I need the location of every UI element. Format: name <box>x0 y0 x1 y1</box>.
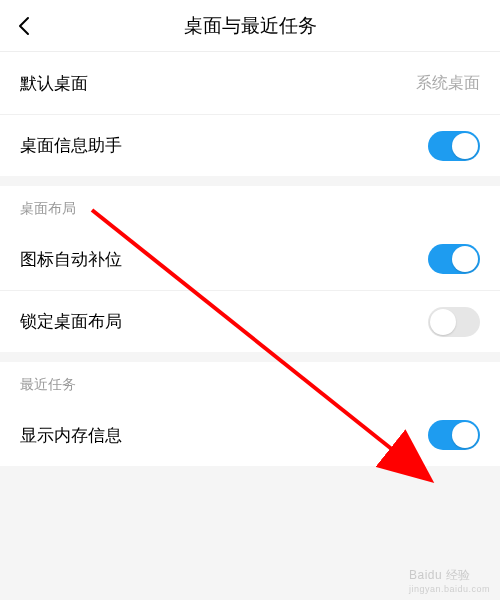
watermark-brand: Baidu 经验 <box>409 568 471 582</box>
back-button[interactable] <box>0 0 48 52</box>
row-show-memory-info: 显示内存信息 <box>0 404 500 466</box>
section-gap <box>0 352 500 362</box>
group-recents: 显示内存信息 <box>0 404 500 466</box>
toggle-knob-icon <box>452 422 478 448</box>
toggle-knob-icon <box>452 246 478 272</box>
section-header-recents: 最近任务 <box>0 362 500 404</box>
section-header-layout: 桌面布局 <box>0 186 500 228</box>
toggle-knob-icon <box>430 309 456 335</box>
group-general: 默认桌面 系统桌面 桌面信息助手 <box>0 52 500 176</box>
toggle-desktop-info-assistant[interactable] <box>428 131 480 161</box>
row-label: 图标自动补位 <box>20 248 122 271</box>
header-bar: 桌面与最近任务 <box>0 0 500 52</box>
toggle-lock-layout[interactable] <box>428 307 480 337</box>
row-default-launcher[interactable]: 默认桌面 系统桌面 <box>0 52 500 114</box>
row-value: 系统桌面 <box>416 73 480 94</box>
watermark: Baidu 经验 jingyan.baidu.com <box>409 567 490 594</box>
toggle-show-memory-info[interactable] <box>428 420 480 450</box>
row-auto-fill-icons: 图标自动补位 <box>0 228 500 290</box>
group-layout: 图标自动补位 锁定桌面布局 <box>0 228 500 352</box>
row-label: 桌面信息助手 <box>20 134 122 157</box>
row-lock-layout: 锁定桌面布局 <box>0 290 500 352</box>
toggle-auto-fill-icons[interactable] <box>428 244 480 274</box>
page-title: 桌面与最近任务 <box>184 13 317 39</box>
row-label: 默认桌面 <box>20 72 88 95</box>
section-gap <box>0 176 500 186</box>
chevron-left-icon <box>18 16 30 36</box>
row-label: 锁定桌面布局 <box>20 310 122 333</box>
row-desktop-info-assistant: 桌面信息助手 <box>0 114 500 176</box>
toggle-knob-icon <box>452 133 478 159</box>
watermark-url: jingyan.baidu.com <box>409 584 490 594</box>
row-label: 显示内存信息 <box>20 424 122 447</box>
